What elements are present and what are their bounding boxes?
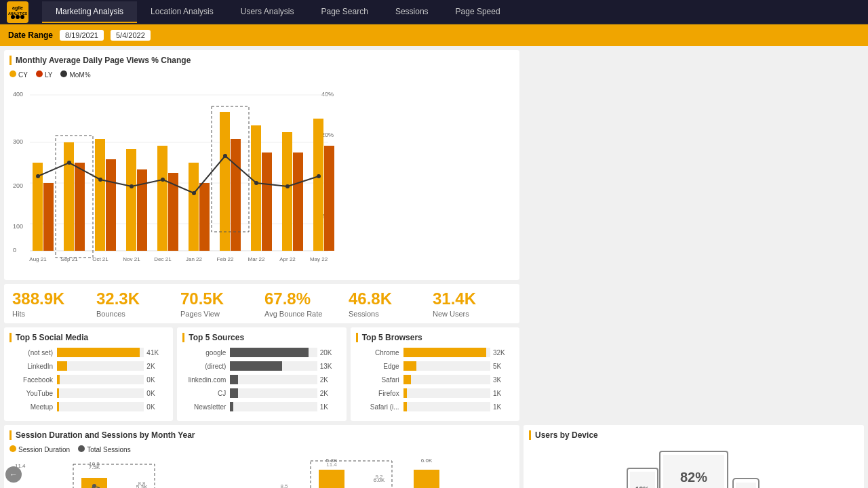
social-media-title: Top 5 Social Media [9, 333, 167, 342]
svg-text:8.5: 8.5 [280, 483, 288, 488]
svg-text:82%: 82% [680, 470, 707, 485]
svg-rect-50 [56, 136, 93, 258]
source-label-0: google [182, 349, 230, 357]
browser-label-4: Safari (i... [356, 403, 403, 411]
browser-row-3: Firefox 1K [356, 388, 514, 398]
date-start[interactable]: 8/19/2021 [60, 30, 104, 41]
social-bar-2 [57, 375, 144, 384]
browser-label-3: Firefox [356, 390, 403, 397]
kpi-bounce-rate: 67.8% Avg Bounce Rate [264, 289, 343, 318]
device-illustration: 82% 18% 1% [626, 448, 762, 488]
kpi-sessions-label: Sessions [349, 310, 427, 318]
social-bar-3 [57, 388, 144, 398]
svg-text:Feb 22: Feb 22 [217, 256, 234, 262]
browser-value-1: 5K [490, 363, 514, 370]
social-value-0: 41K [144, 349, 167, 357]
monthly-legend: CY LY MoM% [9, 70, 514, 79]
session-chart-panel: Session Duration and Sessions by Month Y… [4, 425, 519, 488]
users-device-panel: Users by Device 82% 18% [524, 425, 864, 488]
svg-text:200: 200 [13, 182, 23, 189]
svg-rect-89 [414, 470, 439, 488]
header: agile ANALYTICS Marketing Analysis Locat… [0, 0, 868, 24]
social-row-2: Facebook 0K [9, 375, 167, 384]
svg-rect-34 [251, 125, 261, 251]
svg-rect-51 [212, 106, 249, 232]
sources-panel: Top 5 Sources google 20K (direct) 13K li… [177, 327, 346, 421]
nav-users[interactable]: Users Analysis [227, 1, 308, 23]
browser-value-4: 1K [490, 403, 514, 411]
source-bar-3 [230, 388, 317, 398]
nav-page-speed[interactable]: Page Speed [442, 1, 514, 23]
monthly-chart-panel: Monthly Average Daily Page Views % Chang… [4, 50, 519, 280]
browsers-panel: Top 5 Browsers Chrome 32K Edge 5K Safari… [351, 327, 519, 421]
source-row-3: CJ 2K [182, 388, 340, 398]
svg-rect-21 [43, 183, 54, 251]
users-device-title: Users by Device [529, 430, 859, 440]
source-row-0: google 20K [182, 348, 340, 357]
social-value-2: 0K [144, 376, 167, 384]
source-label-1: (direct) [182, 363, 230, 370]
kpi-bounce-rate-label: Avg Bounce Rate [264, 310, 343, 318]
kpi-new-users-value: 31.4K [433, 289, 511, 308]
kpi-hits-value: 388.9K [12, 289, 91, 308]
svg-point-44 [161, 178, 165, 182]
svg-text:400: 400 [13, 91, 23, 98]
svg-point-49 [317, 174, 321, 178]
monthly-chart-svg: 40% 20% 0% -20% 400 300 200 100 0 [9, 83, 342, 272]
social-value-3: 0K [144, 390, 167, 397]
svg-text:0: 0 [13, 247, 16, 253]
browser-value-2: 3K [490, 376, 514, 384]
svg-rect-126 [736, 483, 756, 488]
source-value-0: 20K [317, 349, 341, 357]
kpi-pages-label: Pages View [180, 310, 259, 318]
kpi-bounces-label: Bounces [96, 310, 175, 318]
browsers-title: Top 5 Browsers [356, 333, 514, 342]
sources-title: Top 5 Sources [182, 333, 340, 342]
svg-rect-24 [95, 139, 105, 251]
svg-text:40%: 40% [321, 91, 334, 98]
browser-label-2: Safari [356, 376, 403, 384]
svg-text:300: 300 [13, 138, 23, 145]
date-end[interactable]: 5/4/2022 [111, 30, 151, 41]
nav-sessions[interactable]: Sessions [382, 1, 442, 23]
browser-bar-2 [403, 375, 490, 384]
legend-duration: Session Duration [18, 446, 70, 453]
svg-text:Jan 22: Jan 22 [186, 256, 203, 262]
svg-point-41 [67, 161, 71, 165]
svg-rect-38 [313, 119, 323, 251]
session-chart-title: Session Duration and Sessions by Month Y… [9, 430, 514, 440]
source-row-2: linkedin.com 2K [182, 375, 340, 384]
svg-rect-36 [282, 132, 292, 251]
kpi-sessions: 46.8K Sessions [349, 289, 427, 318]
social-bar-0 [57, 348, 144, 357]
legend-cy: CY [18, 71, 28, 79]
svg-point-97 [92, 484, 96, 488]
social-row-1: LinkedIn 2K [9, 361, 167, 371]
social-value-4: 0K [144, 403, 167, 411]
svg-text:100: 100 [13, 223, 23, 230]
browser-value-3: 1K [490, 390, 514, 397]
svg-rect-26 [126, 149, 136, 251]
social-label-1: LinkedIn [9, 363, 57, 370]
svg-text:Sep 21: Sep 21 [60, 256, 78, 262]
browser-row-2: Safari 3K [356, 375, 514, 384]
svg-rect-28 [157, 146, 167, 251]
nav-location[interactable]: Location Analysis [137, 1, 227, 23]
source-value-4: 1K [317, 403, 341, 411]
back-button[interactable]: ← [5, 466, 22, 483]
social-bar-4 [57, 402, 144, 411]
svg-text:Oct 21: Oct 21 [92, 256, 108, 262]
source-bar-0 [230, 348, 317, 357]
nav-marketing[interactable]: Marketing Analysis [42, 1, 137, 23]
svg-point-43 [130, 184, 134, 188]
nav-page-search[interactable]: Page Search [307, 1, 381, 23]
kpi-row: 388.9K Hits 32.3K Bounces 70.5K Pages Vi… [4, 284, 519, 323]
svg-text:Apr 22: Apr 22 [279, 256, 296, 262]
source-bar-2 [230, 375, 317, 384]
svg-text:11.4: 11.4 [326, 462, 337, 468]
source-label-4: Newsletter [182, 403, 230, 411]
nav-bar: Marketing Analysis Location Analysis Use… [42, 1, 861, 23]
social-row-0: (not set) 41K [9, 348, 167, 357]
social-media-panel: Top 5 Social Media (not set) 41K LinkedI… [4, 327, 173, 421]
source-label-2: linkedin.com [182, 376, 230, 384]
